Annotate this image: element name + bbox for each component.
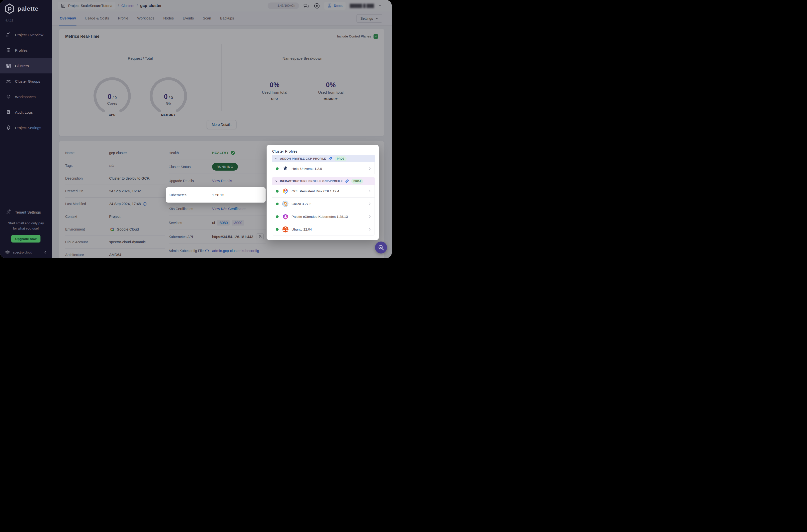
profile-item-name: Ubuntu 22.04: [292, 228, 312, 231]
sidebar-footer: spectro cloud: [0, 246, 52, 258]
upgrade-now-button[interactable]: Upgrade now: [11, 235, 40, 243]
sidebar-item-cluster-groups[interactable]: Cluster Groups: [0, 73, 52, 89]
promo-line-1: Start small and only pay: [0, 221, 52, 226]
chevron-right-icon: [368, 228, 372, 231]
link-icon: [328, 157, 332, 160]
network-nodes-icon: [6, 79, 11, 84]
database-icon: [6, 48, 11, 53]
orbit-icon: [6, 94, 11, 99]
sidebar-item-label: Audit Logs: [15, 110, 33, 114]
main-area: Project-ScaleSecureTutoria / Clusters / …: [52, 0, 392, 258]
sidebar-item-label: Project Settings: [15, 126, 41, 130]
audit-log-icon: [6, 110, 11, 115]
sidebar-collapse-icon[interactable]: [43, 250, 47, 254]
gce-disk-icon: [282, 188, 288, 194]
footer-brand: spectro cloud: [13, 250, 32, 254]
profile-item-name: Palette eXtended Kubernetes 1.28.13: [292, 215, 348, 218]
sidebar-item-label: Cluster Groups: [15, 79, 40, 83]
sidebar-item-workspaces[interactable]: Workspaces: [0, 89, 52, 104]
sidebar-item-label: Tenant Settings: [15, 210, 41, 214]
sidebar-item-tenant-settings[interactable]: Tenant Settings: [0, 204, 52, 220]
profile-item-hello-universe[interactable]: Hello Universe 1.2.0: [272, 162, 375, 175]
kubernetes-version-value: 1.28.13: [212, 193, 224, 197]
chevron-right-icon: [368, 202, 372, 206]
chevron-down-icon: [275, 157, 278, 160]
sidebar-item-label: Profiles: [15, 48, 27, 53]
spectro-cloud-logo-icon: [4, 249, 11, 255]
addon-profile-items: Hello Universe 1.2.0: [272, 162, 375, 175]
server-rack-icon: [6, 63, 11, 68]
calico-icon: [282, 201, 288, 207]
status-dot-green: [276, 203, 279, 205]
gear-icon: [6, 125, 11, 130]
detail-label: Kubernetes: [169, 193, 212, 197]
kubernetes-version-spotlight: Kubernetes 1.28.13: [166, 187, 266, 203]
status-dot-green: [276, 190, 279, 193]
profile-item-name: Hello Universe 1.2.0: [292, 167, 322, 171]
profile-item-name: Calico 3.27.2: [292, 202, 311, 206]
link-icon: [345, 179, 349, 183]
app-window: palette 4.4.19 Project Overview Profiles…: [0, 0, 392, 258]
status-dot-green: [276, 228, 279, 231]
search-smile-icon: [378, 244, 384, 251]
profile-item-name: GCE Persistent Disk CSI 1.12.4: [292, 189, 339, 193]
infrastructure-profile-items: GCE Persistent Disk CSI 1.12.4 Calico 3.…: [272, 185, 375, 236]
profile-item-gce-disk[interactable]: GCE Persistent Disk CSI 1.12.4: [272, 185, 375, 197]
sidebar-item-audit-logs[interactable]: Audit Logs: [0, 104, 52, 120]
chevron-right-icon: [368, 189, 372, 193]
tools-icon: [6, 210, 11, 214]
cluster-profiles-title: Cluster Profiles: [272, 149, 298, 153]
sidebar-item-clusters[interactable]: Clusters: [0, 58, 52, 73]
profile-item-palette-xk[interactable]: Palette eXtended Kubernetes 1.28.13: [272, 210, 375, 223]
sidebar-item-profiles[interactable]: Profiles: [0, 42, 52, 58]
ubuntu-icon: [282, 226, 288, 232]
status-dot-green: [276, 215, 279, 218]
upgrade-promo: Start small and only pay for what you us…: [0, 221, 52, 231]
sidebar-item-label: Project Overview: [15, 33, 43, 37]
chevron-right-icon: [368, 215, 372, 218]
footer-brand-2: cloud: [24, 250, 32, 254]
sidebar-item-label: Workspaces: [15, 95, 36, 99]
sidebar-item-project-overview[interactable]: Project Overview: [0, 27, 52, 42]
sidebar-item-project-settings[interactable]: Project Settings: [0, 120, 52, 135]
search-fab-button[interactable]: [375, 242, 387, 253]
sidebar-item-label: Clusters: [15, 64, 29, 68]
sidebar-tenant: Tenant Settings: [0, 204, 52, 220]
sidebar-menu: Project Overview Profiles Clusters Clust…: [0, 27, 52, 135]
chevron-right-icon: [368, 167, 372, 170]
hello-universe-icon: [282, 165, 288, 172]
status-dot-green: [276, 167, 279, 170]
bar-chart-icon: [6, 32, 11, 37]
footer-brand-1: spectro: [13, 250, 24, 254]
chevron-down-icon: [275, 179, 278, 183]
profile-item-calico[interactable]: Calico 3.27.2: [272, 197, 375, 210]
brand-name: palette: [18, 5, 38, 12]
app-version: 4.4.19: [5, 19, 13, 22]
palette-logo-icon: [4, 3, 15, 14]
project-scope-badge: PROJ: [351, 179, 363, 184]
cluster-profiles-popup: Cluster Profiles ADDON PROFILE GCP-PROFI…: [267, 145, 379, 240]
addon-profile-header[interactable]: ADDON PROFILE GCP-PROFILE PROJ: [272, 155, 375, 162]
palette-xk-icon: [282, 213, 288, 220]
addon-profile-name: ADDON PROFILE GCP-PROFILE: [280, 157, 326, 160]
infrastructure-profile-name: INFRASTRUCTURE PROFILE GCP-PROFILE: [280, 179, 343, 183]
profile-item-ubuntu[interactable]: Ubuntu 22.04: [272, 223, 375, 235]
promo-line-2: for what you use!: [0, 226, 52, 231]
infrastructure-profile-header[interactable]: INFRASTRUCTURE PROFILE GCP-PROFILE PROJ: [272, 177, 375, 185]
sidebar: palette 4.4.19 Project Overview Profiles…: [0, 0, 52, 258]
project-scope-badge: PROJ: [335, 156, 346, 161]
